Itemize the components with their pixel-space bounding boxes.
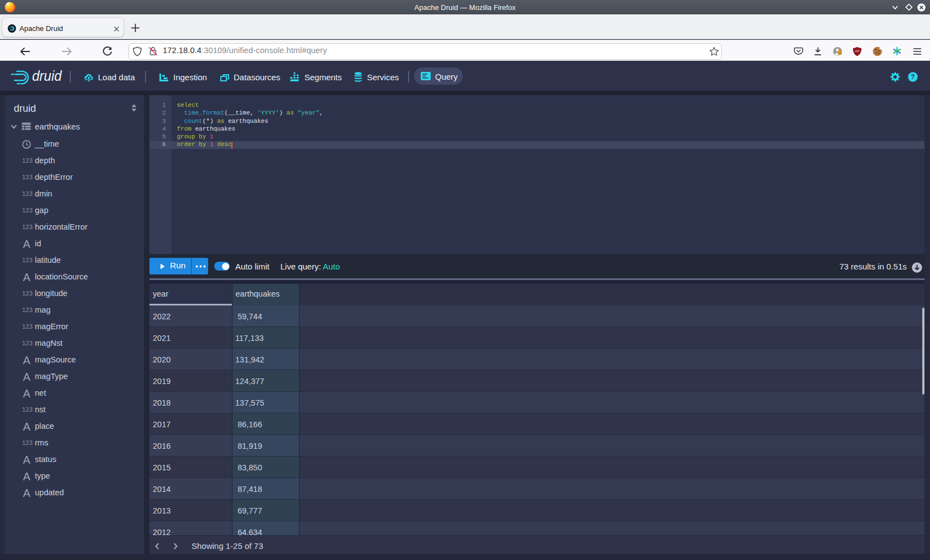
svg-text:?: ? bbox=[911, 73, 914, 81]
svg-text:uO: uO bbox=[855, 49, 859, 53]
